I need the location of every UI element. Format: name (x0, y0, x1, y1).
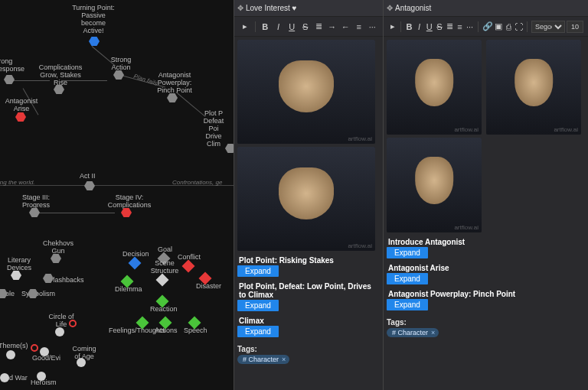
character-portrait[interactable]: artflow.ai (486, 40, 581, 135)
section-title: Plot Point, Defeat: Low Point, Drives to… (237, 280, 380, 300)
turning-point-node[interactable] (89, 37, 100, 46)
character-portrait[interactable]: artflow.ai (237, 40, 375, 144)
good-evil-node[interactable] (40, 347, 49, 356)
reaction-node[interactable] (156, 295, 169, 308)
graph-edge (23, 88, 39, 115)
print-button[interactable]: ⎙ (505, 20, 513, 34)
linked-section: Climax Expand (237, 314, 380, 337)
pinch-node[interactable] (167, 93, 178, 102)
tag-chip[interactable]: # Character × (387, 328, 439, 337)
more-button[interactable]: ··· (367, 20, 379, 34)
antagonist-arise-node[interactable] (15, 112, 26, 122)
actions-node[interactable] (159, 317, 172, 330)
link-button[interactable]: 🔗 (482, 20, 493, 34)
character-portrait[interactable]: artflow.ai (387, 138, 482, 232)
arrow-button[interactable]: ▸ (239, 20, 251, 34)
move-icon[interactable]: ✥ (387, 4, 393, 12)
graph-edge (92, 46, 116, 66)
italic-button[interactable]: I (415, 20, 423, 34)
panel-header[interactable]: ✥ Love Interest ♥ (234, 0, 383, 17)
move-icon[interactable]: ✥ (237, 4, 243, 12)
expand-button[interactable]: Expand (387, 299, 428, 310)
node-label: Antagonist Arise (3, 98, 40, 113)
tag-remove-icon[interactable]: × (282, 356, 286, 363)
expand-button[interactable]: Expand (237, 326, 279, 337)
defeat-node[interactable] (225, 144, 234, 153)
hyperbole-node[interactable] (0, 289, 8, 298)
goal-node[interactable] (158, 252, 171, 265)
node-label: Good/Evi (32, 355, 60, 362)
expand-button[interactable]: Expand (237, 300, 279, 311)
arrow-button[interactable]: ▸ (388, 20, 397, 34)
act2-node[interactable] (84, 181, 95, 190)
panel-header[interactable]: ✥ Antagonist (384, 0, 588, 17)
section-title: Introduce Antagonist (387, 236, 585, 247)
panel-body[interactable]: artflow.ai artflow.ai Plot Point: Riskin… (234, 37, 383, 390)
chekhov-node[interactable] (51, 254, 61, 263)
mind-map-canvas[interactable]: ing the world. Act II Confrontations, ge… (0, 0, 234, 390)
dilemma-node[interactable] (121, 275, 134, 288)
indent-button[interactable]: → (326, 20, 338, 34)
strike-button[interactable]: S (299, 20, 312, 34)
heroism-node[interactable] (37, 372, 46, 381)
more-button[interactable]: ··· (466, 20, 474, 34)
symbolism-node[interactable] (28, 289, 38, 298)
node-label: Theme(s) (0, 343, 28, 350)
feelings-node[interactable] (136, 317, 149, 330)
character-portrait[interactable]: artflow.ai (387, 40, 482, 135)
editor-toolbar: ▸ B I U S ≣ → ← ≡ ··· (234, 17, 383, 37)
list-button[interactable]: ≣ (446, 20, 454, 34)
align-button[interactable]: ≡ (456, 20, 464, 34)
font-select[interactable]: Segoe UI (531, 21, 565, 33)
watermark: artflow.ai (348, 135, 372, 142)
stage3-node[interactable] (29, 208, 40, 217)
italic-button[interactable]: I (273, 20, 285, 34)
conflict-node[interactable] (182, 260, 195, 273)
flashback-node[interactable] (43, 274, 54, 283)
underline-button[interactable]: U (425, 20, 433, 34)
watermark: artflow.ai (348, 242, 372, 249)
bold-button[interactable]: B (259, 20, 271, 34)
bold-button[interactable]: B (405, 20, 413, 34)
strong-action-node[interactable] (113, 70, 124, 80)
expand-button[interactable]: Expand (387, 247, 428, 258)
themes-node[interactable] (6, 350, 15, 359)
node-label: trongwnResponse (0, 58, 28, 73)
graph-edge (61, 80, 107, 81)
expand-button[interactable]: Expand (237, 265, 279, 277)
node-label: Heroism (31, 379, 57, 387)
fullscreen-button[interactable]: ⛶ (514, 20, 523, 34)
watermark: artflow.ai (454, 224, 479, 231)
graph-edge (38, 213, 115, 213)
list-button[interactable]: ≣ (312, 20, 325, 34)
coming-age-node[interactable] (77, 358, 86, 367)
tags-label: Tags: (387, 318, 585, 327)
node-label: Speech (184, 327, 207, 335)
disaster-node[interactable] (199, 272, 212, 285)
panel-body[interactable]: artflow.ai artflow.ai artflow.ai Introdu… (384, 37, 588, 390)
underline-button[interactable]: U (286, 20, 298, 34)
expand-button[interactable]: Expand (387, 273, 428, 284)
font-size-input[interactable] (567, 21, 583, 33)
circle-life-node[interactable] (55, 327, 64, 336)
tag-chip[interactable]: # Character × (237, 355, 289, 364)
linked-section: Antagonist Powerplay: Pinch Point Expand (387, 288, 585, 310)
node-label: Strong Action (107, 57, 135, 72)
stage4-node[interactable] (121, 208, 132, 217)
decision-node[interactable] (129, 257, 142, 270)
speech-node[interactable] (188, 317, 201, 330)
character-portrait[interactable]: artflow.ai (237, 147, 375, 251)
tag-remove-icon[interactable]: × (431, 329, 435, 336)
outdent-button[interactable]: ← (339, 20, 351, 34)
image-button[interactable]: ▣ (495, 20, 503, 34)
timeline-line (0, 185, 234, 186)
complications-node[interactable] (54, 85, 64, 94)
graph-edge (11, 80, 50, 81)
response-node[interactable] (4, 75, 15, 84)
strike-button[interactable]: S (435, 20, 443, 34)
peace-war-node[interactable] (0, 373, 9, 382)
literary-node[interactable] (11, 271, 21, 280)
align-button[interactable]: ≡ (353, 20, 365, 34)
tag-label: # Character (392, 329, 428, 336)
scene-structure-node[interactable] (156, 274, 169, 287)
